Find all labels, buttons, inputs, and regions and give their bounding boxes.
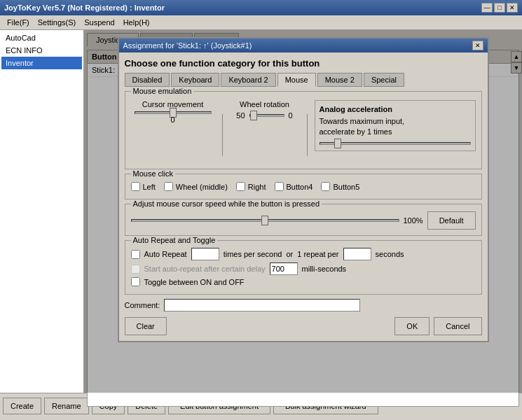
mouse-click-options: Left Wheel (middle) Right	[131, 180, 476, 193]
repeat-per-label: 1 repeat per	[297, 250, 338, 258]
wheel-check-row: Wheel (middle)	[164, 182, 228, 191]
dialog-title-text: Assignment for 'Stick1: ↑' (Joystick#1)	[123, 41, 252, 50]
dialog-close-button[interactable]: ✕	[472, 41, 483, 50]
menu-settings[interactable]: Settings(S)	[34, 17, 80, 28]
seconds-input[interactable]	[343, 248, 371, 260]
wheel-rotation-slider[interactable]	[249, 114, 284, 117]
minimize-button[interactable]: —	[481, 3, 493, 13]
or-label: or	[286, 250, 293, 258]
comment-input[interactable]	[164, 299, 360, 312]
default-button[interactable]: Default	[427, 211, 476, 230]
wheel-values: 50 0	[236, 111, 292, 120]
sidebar-item-ecn[interactable]: ECN INFO	[1, 44, 82, 57]
maximize-button[interactable]: □	[494, 3, 505, 13]
button4-label: Button4	[287, 183, 313, 191]
clear-button[interactable]: Clear	[125, 317, 167, 335]
toggle-checkbox[interactable]	[131, 277, 140, 286]
ok-cancel-group: OK Cancel	[394, 317, 481, 335]
vertical-divider2	[307, 114, 308, 163]
mouse-click-label: Mouse click	[131, 169, 175, 178]
auto-repeat-label: Auto Repeat and Toggle	[131, 236, 218, 244]
cursor-movement-value: 0	[170, 115, 174, 124]
cancel-button[interactable]: Cancel	[434, 317, 481, 335]
dialog-title-bar: Assignment for 'Stick1: ↑' (Joystick#1) …	[119, 38, 488, 52]
comment-row: Comment:	[125, 299, 482, 312]
tab-disabled[interactable]: Disabled	[125, 73, 170, 87]
title-bar: JoyToKey Ver5.7 (Not Registered) : Inven…	[0, 0, 522, 15]
dialog-buttons: Clear OK Cancel	[125, 317, 482, 335]
tab-special[interactable]: Special	[364, 73, 404, 87]
ok-button[interactable]: OK	[394, 317, 430, 335]
auto-repeat-row: Auto Repeat times per second or 1 repeat…	[131, 248, 476, 260]
wheel-rotation-section: Wheel rotation 50 0	[230, 100, 300, 120]
analog-description: Towards maximum input,accelerate by 1 ti…	[320, 116, 471, 138]
toggle-label: Toggle between ON and OFF	[144, 278, 245, 286]
speed-slider[interactable]	[131, 219, 399, 222]
speed-value: 100%	[404, 216, 423, 225]
sidebar-item-autocad[interactable]: AutoCad	[1, 31, 82, 44]
sidebar-item-inventor[interactable]: Inventor	[1, 57, 82, 69]
dialog-body: Choose one function category for this bu…	[119, 52, 488, 341]
toggle-row: Toggle between ON and OFF	[131, 277, 476, 286]
auto-repeat-text: Auto Repeat	[144, 250, 187, 258]
analog-acceleration-section: Analog acceleration Towards maximum inpu…	[315, 100, 476, 151]
mouse-emulation-label: Mouse emulation	[131, 87, 194, 95]
cursor-movement-section: Cursor movement 0	[131, 100, 215, 124]
wheel-right-value: 0	[289, 111, 293, 120]
tab-mouse2[interactable]: Mouse 2	[317, 73, 362, 87]
app-title: JoyToKey Ver5.7 (Not Registered) : Inven…	[4, 4, 165, 12]
window-controls[interactable]: — □ ✕	[481, 3, 518, 13]
menu-file[interactable]: File(F)	[3, 17, 34, 28]
analog-slider[interactable]	[320, 142, 471, 145]
wheel-label: Wheel (middle)	[176, 183, 228, 191]
button5-checkbox[interactable]	[321, 182, 330, 191]
sidebar: AutoCad ECN INFO Inventor	[0, 30, 84, 393]
tab-mouse[interactable]: Mouse	[277, 73, 316, 87]
milliseconds-label: milli-seconds	[302, 265, 347, 273]
speed-adjust-label: Adjust mouse cursor speed while the butt…	[131, 200, 322, 208]
dialog-overlay: Assignment for 'Stick1: ↑' (Joystick#1) …	[84, 30, 522, 393]
wheel-checkbox[interactable]	[164, 182, 173, 191]
tab-keyboard2[interactable]: Keyboard 2	[221, 73, 275, 87]
wheel-rotation-label: Wheel rotation	[240, 100, 289, 108]
rename-button[interactable]: Rename	[44, 398, 89, 414]
button4-checkbox[interactable]	[275, 182, 284, 191]
dialog-heading: Choose one function category for this bu…	[125, 58, 482, 69]
auto-repeat-group: Auto Repeat and Toggle Auto Repeat times…	[125, 240, 482, 295]
left-checkbox[interactable]	[131, 182, 140, 191]
left-check-row: Left	[131, 182, 156, 191]
right-checkbox[interactable]	[236, 182, 245, 191]
start-delay-row: Start auto-repeat after certain delay mi…	[131, 262, 476, 275]
mouse-emulation-group: Mouse emulation Cursor movement 0	[125, 91, 482, 169]
button4-check-row: Button4	[275, 182, 313, 191]
speed-adjust-group: Adjust mouse cursor speed while the butt…	[125, 204, 482, 236]
content-area: Joystick 1 Joystick 2 Options Button Fun…	[84, 30, 522, 393]
right-label: Right	[248, 183, 266, 191]
close-button[interactable]: ✕	[507, 3, 518, 13]
left-label: Left	[143, 183, 156, 191]
menu-suspend[interactable]: Suspend	[80, 17, 118, 28]
mouse-click-group: Mouse click Left Wheel (middle)	[125, 174, 482, 200]
tab-keyboard[interactable]: Keyboard	[171, 73, 219, 87]
create-button[interactable]: Create	[3, 398, 41, 414]
wheel-left-value: 50	[236, 111, 245, 120]
assignment-dialog: Assignment for 'Stick1: ↑' (Joystick#1) …	[118, 37, 489, 342]
button5-check-row: Button5	[321, 182, 359, 191]
times-per-second-label: times per second	[224, 250, 282, 258]
speed-row: 100% Default	[131, 211, 476, 230]
button5-label: Button5	[333, 183, 359, 191]
menu-help[interactable]: Help(H)	[119, 17, 154, 28]
main-layout: AutoCad ECN INFO Inventor Joystick 1 Joy…	[0, 30, 522, 393]
function-tab-bar: Disabled Keyboard Keyboard 2 Mouse Mouse…	[125, 73, 482, 87]
cursor-movement-slider[interactable]	[135, 111, 212, 114]
emulation-row: Cursor movement 0 Wheel rotation	[131, 100, 476, 163]
analog-label: Analog acceleration	[320, 105, 471, 113]
vertical-divider	[222, 114, 223, 163]
menu-bar: File(F) Settings(S) Suspend Help(H)	[0, 15, 522, 30]
delay-value-input[interactable]	[270, 262, 298, 275]
start-delay-checkbox[interactable]	[131, 265, 140, 274]
right-check-row: Right	[236, 182, 266, 191]
auto-repeat-checkbox[interactable]	[131, 250, 140, 259]
seconds-label: seconds	[376, 250, 404, 258]
times-per-second-input[interactable]	[191, 248, 219, 260]
